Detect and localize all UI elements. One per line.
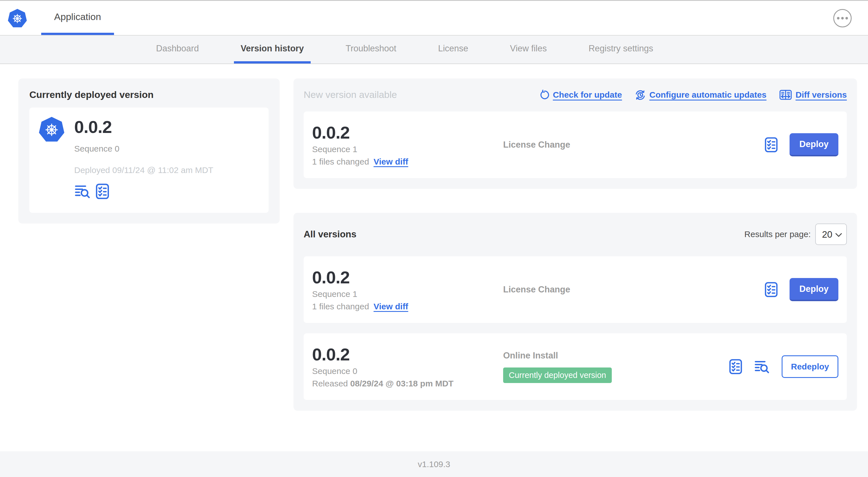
configure-automatic-updates-label: Configure automatic updates — [649, 90, 767, 100]
view-logs-icon[interactable] — [754, 359, 770, 374]
app-title: Application — [54, 11, 101, 22]
currently-deployed-title: Currently deployed version — [29, 89, 269, 100]
tab-version-history[interactable]: Version history — [234, 35, 311, 63]
kubernetes-app-icon — [38, 115, 65, 143]
new-version-card: 0.0.2 Sequence 1 1 files changed View di… — [304, 112, 847, 178]
deploy-button[interactable]: Deploy — [789, 278, 838, 301]
change-type-label: License Change — [503, 140, 570, 150]
version-sequence: Sequence 0 — [312, 366, 503, 376]
right-column: New version available Check for update C… — [293, 79, 857, 411]
ellipsis-dot — [841, 17, 844, 20]
view-diff-link[interactable]: View diff — [374, 302, 408, 311]
files-changed: 1 files changed — [312, 157, 369, 167]
check-for-update-label: Check for update — [553, 90, 622, 100]
app-tab[interactable]: Application — [41, 1, 114, 35]
version-sequence: Sequence 1 — [312, 289, 503, 299]
new-version-title: New version available — [304, 89, 397, 100]
results-per-page-label: Results per page: — [744, 230, 811, 239]
schedule-icon — [635, 89, 646, 100]
console-version: v1.109.3 — [417, 459, 450, 469]
main-content: Currently deployed version 0.0.2 Sequenc… — [0, 64, 868, 411]
version-number: 0.0.2 — [312, 268, 503, 287]
deployed-sequence: Sequence 0 — [74, 144, 213, 153]
deployed-version-card: 0.0.2 Sequence 0 Deployed 09/11/24 @ 11:… — [29, 108, 269, 213]
preflight-checks-icon[interactable] — [765, 137, 778, 153]
currently-deployed-panel: Currently deployed version 0.0.2 Sequenc… — [18, 79, 280, 223]
change-type-label: License Change — [503, 285, 570, 294]
files-changed: 1 files changed — [312, 302, 369, 311]
top-bar: Application — [0, 1, 868, 35]
new-version-section: New version available Check for update C… — [293, 79, 857, 189]
version-number: 0.0.2 — [312, 123, 503, 142]
preflight-checks-icon[interactable] — [96, 183, 109, 199]
diff-icon — [779, 89, 792, 100]
configure-automatic-updates-link[interactable]: Configure automatic updates — [635, 89, 767, 100]
version-sequence: Sequence 1 — [312, 145, 503, 154]
currently-deployed-badge: Currently deployed version — [503, 367, 612, 383]
version-row: 0.0.2 Sequence 1 1 files changed View di… — [304, 256, 847, 323]
results-per-page-select[interactable]: 20 — [815, 223, 847, 245]
deploy-button[interactable]: Deploy — [789, 133, 838, 156]
footer: v1.109.3 — [0, 451, 868, 477]
tab-registry-settings[interactable]: Registry settings — [582, 35, 660, 63]
kubernetes-logo-icon — [7, 8, 28, 28]
released-timestamp: Released 08/29/24 @ 03:18 pm MDT — [312, 379, 503, 388]
all-versions-title: All versions — [304, 229, 356, 240]
diff-versions-label: Diff versions — [796, 90, 847, 100]
tab-dashboard[interactable]: Dashboard — [149, 35, 206, 63]
redeploy-button[interactable]: Redeploy — [782, 355, 838, 378]
view-diff-link[interactable]: View diff — [374, 157, 408, 167]
section-nav: Dashboard Version history Troubleshoot L… — [0, 35, 868, 64]
ellipsis-dot — [837, 17, 839, 20]
app-logo — [0, 1, 28, 35]
tab-view-files[interactable]: View files — [503, 35, 553, 63]
preflight-checks-icon[interactable] — [765, 282, 778, 297]
tab-license[interactable]: License — [431, 35, 475, 63]
deployed-version-number: 0.0.2 — [74, 117, 213, 137]
check-for-update-link[interactable]: Check for update — [539, 90, 622, 100]
tab-troubleshoot[interactable]: Troubleshoot — [339, 35, 403, 63]
install-type-label: Online Install — [503, 351, 558, 360]
deployed-timestamp: Deployed 09/11/24 @ 11:02 am MDT — [74, 166, 213, 175]
version-row: 0.0.2 Sequence 0 Released 08/29/24 @ 03:… — [304, 333, 847, 400]
more-options-button[interactable] — [833, 9, 851, 27]
app-window: Application Dashboard Version history Tr… — [0, 0, 868, 477]
version-number: 0.0.2 — [312, 345, 503, 364]
preflight-checks-icon[interactable] — [729, 359, 742, 375]
refresh-icon — [539, 90, 549, 100]
ellipsis-dot — [845, 17, 848, 20]
view-logs-icon[interactable] — [74, 184, 91, 199]
diff-versions-link[interactable]: Diff versions — [779, 89, 847, 100]
all-versions-section: All versions Results per page: 20 — [293, 213, 857, 411]
